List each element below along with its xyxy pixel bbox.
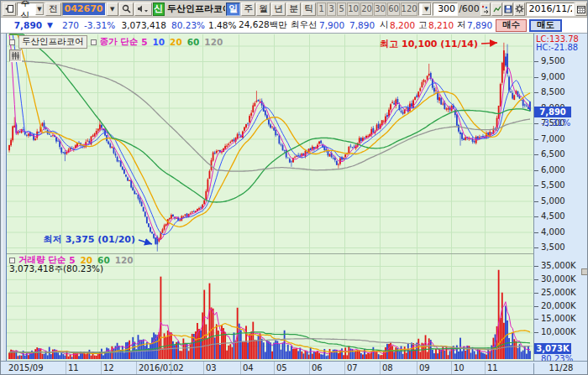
market-type-select[interactable]: 주식 ▼ [17,3,45,16]
checkbox-icon[interactable] [91,39,97,45]
ma-period-60: 60 [187,37,200,47]
sound-alert-icon[interactable] [134,3,151,16]
time-axis-label: 12 [103,363,114,372]
line-chart-icon[interactable] [491,3,502,16]
current-price-badge: 7,890 [534,107,571,117]
axis-separator [171,362,171,374]
period-button-주[interactable]: 주 [241,3,255,16]
time-axis-label: 04 [243,363,254,372]
minute-button-3[interactable]: 3 [327,3,336,16]
turnover-rate: 1.48% [206,20,236,30]
chart-region: 최고 10,100 (11/14)최저 3,375 (01/20) 두산인프라코… [1,34,588,375]
minute-button-5[interactable]: 5 [337,3,346,16]
stock-name-label: 두산인프라코어 [165,3,225,16]
checkbox-icon[interactable] [9,258,15,263]
open-label: 시 [377,19,387,31]
volume-tick-label: 10,000K [541,327,576,336]
volume-tick-label: 15,000K [541,314,576,323]
price-axis-panel[interactable]: LC:133.78 HC:-21.88 9,5009,0008,5008,000… [533,34,588,361]
stock-code-input[interactable] [62,3,106,16]
time-axis[interactable]: 11/28 2015/0911122016/010203040506070809… [1,361,588,374]
chevron-down-icon[interactable]: ▼ [35,3,45,15]
price-tick-label: 5,500 [541,180,565,190]
high-label: 고 [416,19,426,31]
minute-button-30[interactable]: 30 [374,3,386,16]
price-tick-label: 7,000 [541,134,565,143]
volume-tick-label: 35,000K [541,261,576,270]
axis-separator [66,362,66,374]
calendar-icon[interactable] [575,3,587,16]
price-tick-mark [534,201,538,202]
checkbox-icon[interactable] [9,39,15,45]
volume-pane-resize-button[interactable] [581,268,588,275]
minute-button-20[interactable]: 20 [360,3,373,16]
best-bid: 7,890 [347,20,377,30]
gear-icon[interactable] [514,3,525,16]
volume-detail-label: 3,073,418주(80.23%) [9,263,103,275]
price-tick-mark [534,247,538,248]
price-tick-mark [534,170,538,171]
svg-text:최저 3,375 (01/20): 최저 3,375 (01/20) [44,234,135,245]
time-axis-label: 05 [276,363,287,372]
new-listing-badge: 신 [153,3,165,16]
prev-stock-button[interactable]: 전 [45,3,60,16]
compare-chart-icon[interactable] [480,3,491,16]
volume-tick-mark [534,306,538,307]
price-tick-label: 4,000 [541,227,565,237]
period-button-틱[interactable]: 틱 [302,3,316,16]
ma-period-5: 5 [141,37,147,47]
toolbar-main: 주식 ▼ 전 ▼ 신 두산인프라코어 일주월년분틱 13510203060120… [1,1,588,18]
period-button-분[interactable]: 분 [286,3,301,16]
time-axis-label: 06 [312,363,323,372]
sell-button[interactable]: 매도 [529,19,562,32]
save-icon[interactable] [503,3,514,16]
period-button-월[interactable]: 월 [256,3,270,16]
chart-type-button[interactable] [9,49,22,62]
price-tick-mark [534,77,538,78]
price-tick-label: 8,500 [541,87,565,96]
hc-value: HC:-21.88 [536,43,578,52]
trade-value: 24,628백만 [236,19,288,31]
time-axis-label: 11 [68,363,79,372]
code-dropdown-button[interactable]: ▼ [107,3,118,16]
low-price: 7,890 [465,20,493,30]
price-tick-mark [534,216,538,217]
ma-period-20: 20 [170,37,182,47]
axis-separator [309,362,310,374]
minute-button-10[interactable]: 10 [347,3,360,16]
ma-period-120: 120 [204,37,223,47]
svg-text:최고 10,100 (11/14): 최고 10,100 (11/14) [380,39,478,49]
time-axis-label: 09 [419,363,430,372]
search-icon[interactable] [119,3,134,16]
chevron-down-icon[interactable]: ▼ [422,3,431,15]
panel-toggle-icon[interactable] [3,3,16,16]
down-arrow-icon: ▼ [45,21,55,29]
volume-tick-label: 20,000K [541,301,576,310]
buy-button[interactable]: 매수 [496,19,527,32]
price-tick-mark [534,139,538,140]
candle-count-input[interactable] [433,3,458,16]
price-tick-label: 6,500 [541,149,565,159]
minute-button-120[interactable]: 120 [401,3,417,16]
date-input[interactable] [526,3,575,16]
price-tick-mark [534,92,538,93]
price-tick-label: 9,000 [541,72,565,81]
ma-period-10: 10 [152,37,165,47]
candle-max-label: /600 [459,3,480,14]
price-tick-mark [534,154,538,155]
period-button-년[interactable]: 년 [271,3,286,16]
low-label: 저 [454,19,465,31]
time-axis-label: 07 [347,363,358,372]
legend-stock-name: 두산인프라코어 [18,35,87,49]
price-volume-chart[interactable]: 최고 10,100 (11/14)최저 3,375 (01/20) [1,34,533,361]
minute-button-60[interactable]: 60 [387,3,400,16]
stock-chart-window: 주식 ▼ 전 ▼ 신 두산인프라코어 일주월년분틱 13510203060120… [0,0,588,375]
price-ma-periods: 5102060120 [141,37,223,47]
volume-tick-mark [534,319,538,320]
open-price: 8,200 [387,20,416,30]
extra-period-select[interactable]: ▼ [418,3,432,16]
period-button-일[interactable]: 일 [226,3,240,16]
volume-tick-mark [534,266,538,267]
minute-button-1[interactable]: 1 [317,3,326,16]
legend-series-label: 종가 단순 [100,36,139,48]
